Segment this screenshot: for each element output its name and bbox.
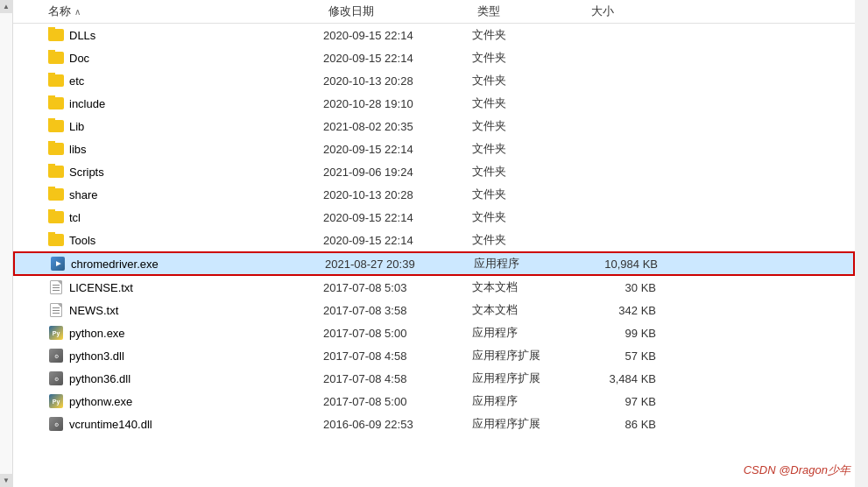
cell-name: ⚙ python36.dll	[48, 371, 323, 386]
cell-type: 文本文档	[472, 302, 586, 318]
file-name: share	[69, 188, 98, 201]
folder-icon	[48, 166, 64, 178]
cell-date: 2020-10-13 20:28	[323, 74, 472, 88]
left-scrollbar[interactable]: ▲ ▼	[0, 0, 13, 487]
file-explorer: ▲ ▼ 名称 ∧ 修改日期 类型 大小 DLLs 2020-09-15 22:1…	[0, 0, 868, 487]
cell-date: 2017-07-08 5:00	[323, 395, 472, 408]
cell-type: 应用程序扩展	[472, 416, 586, 432]
folder-icon	[48, 29, 64, 41]
cell-date: 2020-09-15 22:14	[323, 52, 472, 65]
cell-type: 文件夹	[472, 187, 586, 202]
file-name: python3.dll	[69, 349, 124, 363]
table-row[interactable]: Doc 2020-09-15 22:14 文件夹	[13, 46, 855, 69]
table-row[interactable]: ⚙ vcruntime140.dll 2016-06-09 22:53 应用程序…	[13, 413, 855, 435]
table-row[interactable]: ⚙ python36.dll 2017-07-08 4:58 应用程序扩展 3,…	[13, 367, 855, 390]
cell-size: 86 KB	[586, 418, 674, 431]
cell-name: Py python.exe	[48, 325, 323, 341]
col-name-header[interactable]: 名称 ∧	[48, 4, 328, 19]
dll-icon: ⚙	[49, 417, 63, 431]
col-size-header[interactable]: 大小	[591, 4, 679, 19]
file-name: vcruntime140.dll	[69, 418, 152, 431]
cell-name: etc	[48, 73, 323, 88]
col-date-header[interactable]: 修改日期	[328, 4, 477, 19]
python-icon: Py	[49, 394, 63, 408]
cell-date: 2021-09-06 19:24	[323, 166, 472, 179]
scroll-up-btn[interactable]: ▲	[0, 0, 13, 13]
table-row[interactable]: Scripts 2021-09-06 19:24 文件夹	[13, 160, 855, 183]
cell-type: 文件夹	[472, 50, 586, 66]
cell-name: Scripts	[48, 164, 323, 180]
cell-type: 应用程序	[472, 325, 586, 341]
cell-name: include	[48, 95, 323, 111]
file-name: NEWS.txt	[69, 304, 118, 317]
cell-name: tcl	[48, 209, 323, 225]
file-icon: Py	[48, 325, 64, 341]
table-row[interactable]: tcl 2020-09-15 22:14 文件夹	[13, 206, 855, 229]
table-row[interactable]: include 2020-10-28 19:10 文件夹	[13, 92, 855, 115]
cell-name: ▶ chromedriver.exe	[50, 256, 325, 272]
exe-icon: ▶	[51, 257, 65, 271]
file-icon	[48, 73, 64, 88]
cell-name: Lib	[48, 118, 323, 134]
cell-type: 文件夹	[472, 73, 586, 88]
folder-icon	[48, 188, 64, 201]
cell-type: 应用程序扩展	[472, 348, 586, 363]
table-row[interactable]: share 2020-10-13 20:28 文件夹	[13, 183, 855, 206]
table-row[interactable]: Py python.exe 2017-07-08 5:00 应用程序 99 KB	[13, 321, 855, 344]
cell-size: 97 KB	[586, 395, 674, 408]
file-icon	[48, 209, 64, 225]
file-icon: ⚙	[48, 348, 64, 363]
file-rows: DLLs 2020-09-15 22:14 文件夹 Doc 2020-09-15…	[13, 24, 855, 484]
table-row[interactable]: NEWS.txt 2017-07-08 3:58 文本文档 342 KB	[13, 299, 855, 321]
table-row[interactable]: Tools 2020-09-15 22:14 文件夹	[13, 229, 855, 251]
cell-date: 2017-07-08 3:58	[323, 304, 472, 317]
cell-date: 2021-08-02 20:35	[323, 120, 472, 133]
python-icon: Py	[49, 326, 63, 340]
file-icon	[48, 232, 64, 248]
scroll-down-btn[interactable]: ▼	[0, 474, 13, 487]
cell-type: 应用程序	[474, 256, 588, 272]
cell-size: 99 KB	[586, 327, 674, 340]
table-row[interactable]: LICENSE.txt 2017-07-08 5:03 文本文档 30 KB	[13, 276, 855, 299]
file-icon	[48, 27, 64, 43]
table-header: 名称 ∧ 修改日期 类型 大小	[13, 0, 855, 24]
cell-name: Doc	[48, 50, 323, 66]
file-name: chromedriver.exe	[71, 258, 159, 271]
file-icon: Py	[48, 393, 64, 409]
cell-date: 2020-10-28 19:10	[323, 97, 472, 110]
file-icon: ⚙	[48, 416, 64, 432]
file-name: python36.dll	[69, 372, 131, 385]
cell-type: 文件夹	[472, 118, 586, 134]
cell-type: 文本文档	[472, 279, 586, 295]
file-name: etc	[69, 74, 84, 88]
cell-date: 2017-07-08 4:58	[323, 372, 472, 385]
cell-date: 2020-10-13 20:28	[323, 188, 472, 201]
file-icon	[48, 302, 64, 318]
col-type-header[interactable]: 类型	[477, 4, 591, 19]
table-row[interactable]: Py pythonw.exe 2017-07-08 5:00 应用程序 97 K…	[13, 390, 855, 413]
cell-type: 文件夹	[472, 141, 586, 157]
table-row[interactable]: ⚙ python3.dll 2017-07-08 4:58 应用程序扩展 57 …	[13, 344, 855, 367]
file-icon	[48, 95, 64, 111]
file-name: Doc	[69, 52, 89, 65]
folder-icon	[48, 143, 64, 155]
file-icon: ⚙	[48, 371, 64, 386]
cell-date: 2020-09-15 22:14	[323, 234, 472, 247]
right-scrollbar[interactable]	[855, 0, 868, 487]
cell-name: ⚙ vcruntime140.dll	[48, 416, 323, 432]
cell-size: 57 KB	[586, 349, 674, 363]
table-row[interactable]: DLLs 2020-09-15 22:14 文件夹	[13, 24, 855, 46]
table-row[interactable]: ▶ chromedriver.exe 2021-08-27 20:39 应用程序…	[13, 251, 855, 276]
cell-name: DLLs	[48, 27, 323, 43]
sort-arrow-icon: ∧	[74, 7, 81, 17]
table-row[interactable]: Lib 2021-08-02 20:35 文件夹	[13, 115, 855, 138]
cell-size: 30 KB	[586, 281, 674, 294]
cell-type: 文件夹	[472, 209, 586, 225]
table-row[interactable]: etc 2020-10-13 20:28 文件夹	[13, 69, 855, 92]
dll-icon: ⚙	[49, 349, 63, 363]
file-icon: ▶	[50, 256, 66, 272]
dll-icon: ⚙	[49, 371, 63, 385]
table-row[interactable]: libs 2020-09-15 22:14 文件夹	[13, 138, 855, 160]
folder-icon	[48, 52, 64, 64]
cell-type: 文件夹	[472, 27, 586, 43]
